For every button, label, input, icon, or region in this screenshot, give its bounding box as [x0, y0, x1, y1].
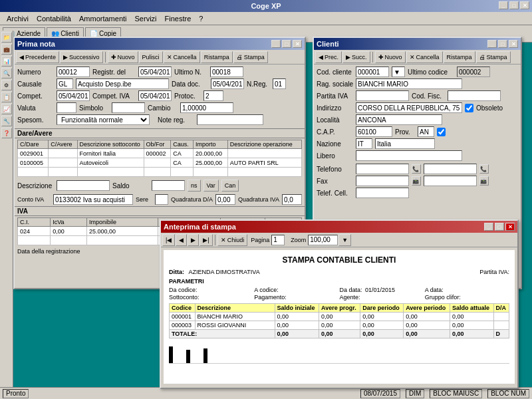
causale-code-input[interactable]: [57, 78, 73, 89]
telefono-input[interactable]: [356, 164, 409, 174]
causale-desc-input[interactable]: [76, 78, 169, 89]
lt-btn-5[interactable]: ⚙: [1, 80, 12, 90]
maximize-btn[interactable]: □: [509, 1, 519, 9]
nazione-code-input[interactable]: [356, 138, 372, 149]
prov-checkbox[interactable]: [437, 128, 446, 136]
zoom-input[interactable]: [308, 235, 338, 245]
pn-minimize[interactable]: _: [271, 40, 281, 48]
cambio-input[interactable]: [180, 102, 233, 113]
lt-btn-8[interactable]: 🔧: [1, 116, 12, 126]
compet-iva-input[interactable]: [138, 90, 172, 101]
prov-input[interactable]: [418, 126, 434, 137]
ant-prev[interactable]: ◀: [176, 234, 187, 246]
pn-close[interactable]: ✕: [293, 40, 302, 48]
valuta-input[interactable]: [57, 102, 76, 113]
cl-btn-succ[interactable]: ▶ Succ.: [342, 51, 370, 63]
libero-input[interactable]: [356, 150, 462, 161]
rag-sociale-input[interactable]: [356, 78, 462, 89]
nazione-value-input[interactable]: [375, 138, 435, 149]
telefono2-input[interactable]: [424, 164, 477, 174]
ns-btn[interactable]: ns: [188, 180, 201, 192]
fax-input[interactable]: [356, 176, 409, 186]
lt-btn-9[interactable]: ❓: [1, 128, 12, 138]
menu-help[interactable]: ?: [195, 15, 207, 23]
cod-cliente-input[interactable]: [356, 66, 389, 77]
ant-next[interactable]: ▶: [188, 234, 199, 246]
partita-iva-input[interactable]: [356, 90, 409, 101]
registr-del-input[interactable]: [138, 66, 172, 77]
can-btn[interactable]: Can: [221, 180, 239, 192]
table-row[interactable]: 000001 BIANCHI MARIO 0,00 0,00 0,00 0,00…: [170, 313, 509, 321]
ant-minimize[interactable]: _: [484, 223, 493, 231]
pn-btn-successivo[interactable]: ▶ Successivo: [60, 51, 103, 63]
cl-maximize[interactable]: □: [498, 40, 507, 48]
lt-btn-4[interactable]: 🔍: [1, 68, 12, 78]
tel-cell-input[interactable]: [356, 188, 409, 198]
lt-btn-7[interactable]: 📈: [1, 104, 12, 114]
cod-fisc-input[interactable]: [448, 90, 501, 101]
telefono-btn[interactable]: 📞: [412, 164, 421, 174]
lt-btn-6[interactable]: 📋: [1, 92, 12, 102]
table-row[interactable]: 000003 ROSSI GIOVANNI 0,00 0,00 0,00 0,0…: [170, 321, 509, 330]
menu-ammortamenti[interactable]: Ammortamenti: [75, 15, 131, 23]
descrizione-input[interactable]: [57, 180, 110, 191]
pn-btn-precedente[interactable]: ◀ Precedente: [16, 51, 59, 63]
menu-finestre[interactable]: Finestre: [161, 15, 196, 23]
note-reg-input[interactable]: [197, 114, 263, 125]
lt-btn-3[interactable]: 📊: [1, 56, 12, 66]
spesom-select[interactable]: Funzionalità normale: [57, 114, 150, 125]
cl-btn-nuovo[interactable]: ✚ Nuovo: [375, 51, 406, 63]
zoom-dropdown[interactable]: ▼: [338, 234, 351, 246]
saldo-input[interactable]: [152, 180, 185, 191]
quad-dva-input[interactable]: [215, 194, 235, 205]
cl-btn-prec[interactable]: ◀ Prec.: [315, 51, 342, 63]
indirizzo-input[interactable]: [356, 102, 462, 113]
pn-btn-nuovo[interactable]: ✚ Nuovo: [108, 51, 138, 63]
simbolo-input[interactable]: [112, 102, 145, 113]
n-reg-input[interactable]: [273, 78, 286, 89]
telefono2-btn[interactable]: 📞: [479, 164, 489, 174]
cl-btn-cancella[interactable]: ✕ Cancella: [406, 51, 443, 63]
fax-btn[interactable]: 📠: [412, 176, 421, 186]
pn-btn-cancella[interactable]: ✕ Cancella: [164, 51, 200, 63]
menu-servizi[interactable]: Servizi: [131, 15, 161, 23]
ant-last[interactable]: ▶|: [200, 234, 212, 246]
cap-input[interactable]: [356, 126, 392, 137]
localita-input[interactable]: [356, 114, 442, 125]
conto-iva-input[interactable]: [53, 194, 133, 205]
cl-btn-ristampa[interactable]: Ristampa: [444, 51, 475, 63]
pn-btn-pulisci[interactable]: Pulisci: [139, 51, 163, 63]
menu-contabilita[interactable]: Contabilità: [33, 15, 75, 23]
ant-first[interactable]: |◀: [162, 234, 175, 246]
numero-input[interactable]: [57, 66, 90, 77]
data-doc-input[interactable]: [211, 78, 244, 89]
lt-btn-1[interactable]: 📁: [1, 32, 12, 43]
table-row[interactable]: 0100005 Autoveicoli CA 25.000,00 AUTO PA…: [18, 158, 302, 168]
table-row-empty[interactable]: [18, 168, 302, 177]
cl-btn-stampa[interactable]: 🖨 Stampa: [476, 51, 511, 63]
pn-btn-ristampa[interactable]: Ristampa: [201, 51, 233, 63]
ant-maximize[interactable]: □: [495, 223, 504, 231]
fax2-btn[interactable]: 📠: [479, 176, 489, 186]
cl-minimize[interactable]: _: [487, 40, 497, 48]
quad-iva-input[interactable]: [282, 194, 302, 205]
var-btn[interactable]: Var: [203, 180, 219, 192]
ant-close[interactable]: ✕: [505, 223, 515, 231]
pn-btn-stampa[interactable]: 🖨 Stampa: [233, 51, 268, 63]
compet-input[interactable]: [57, 90, 90, 101]
table-row[interactable]: 0029001 Fornitori Italia 000002 CA 20.00…: [18, 149, 302, 158]
ant-chiudi[interactable]: ✕ Chiudi: [217, 234, 248, 246]
fax2-input[interactable]: [424, 176, 477, 186]
cl-close[interactable]: ✕: [509, 40, 518, 48]
minimize-btn[interactable]: _: [499, 1, 508, 9]
close-btn[interactable]: ✕: [520, 1, 529, 9]
menu-archivi[interactable]: Archivi: [3, 15, 33, 23]
cod-cliente-btn[interactable]: [392, 66, 405, 77]
pn-maximize[interactable]: □: [282, 40, 291, 48]
lt-btn-2[interactable]: 💼: [1, 44, 12, 55]
protoc-input[interactable]: [203, 90, 223, 101]
obsoleto-checkbox[interactable]: [465, 104, 473, 112]
ultimo-n-input[interactable]: [210, 66, 243, 77]
pagina-input[interactable]: [271, 235, 285, 245]
sere-input[interactable]: [155, 194, 168, 205]
